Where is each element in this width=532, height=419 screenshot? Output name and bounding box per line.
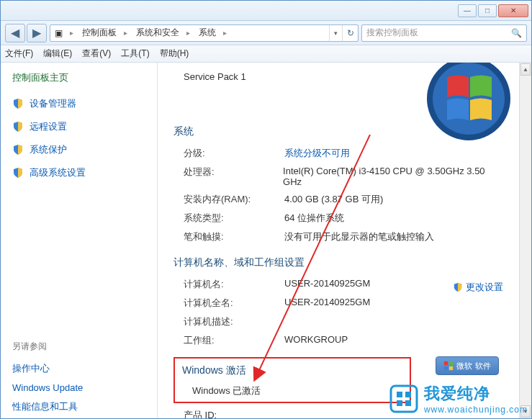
row-workgroup: 工作组: WORKGROUP xyxy=(173,334,503,347)
sidebar-item-label: 远程设置 xyxy=(30,120,67,133)
svg-rect-7 xyxy=(391,386,417,412)
watermark: 我爱纯净 www.woaichunjing.com xyxy=(388,383,528,415)
breadcrumb-dropdown-icon[interactable]: ▾ xyxy=(329,25,342,41)
watermark-logo-icon xyxy=(388,383,420,415)
shield-icon xyxy=(12,167,24,179)
svg-rect-8 xyxy=(397,392,402,397)
svg-rect-9 xyxy=(405,392,411,397)
prop-value: Intel(R) Core(TM) i3-4150 CPU @ 3.50GHz … xyxy=(283,166,503,187)
prop-label: 计算机描述: xyxy=(184,315,284,328)
prop-value: WORKGROUP xyxy=(284,334,348,347)
shield-icon xyxy=(12,98,24,109)
rating-link[interactable]: 系统分级不可用 xyxy=(284,147,350,160)
watermark-url: www.woaichunjing.com xyxy=(424,405,528,415)
sidebar-item-advanced-settings[interactable]: 高级系统设置 xyxy=(8,163,150,182)
breadcrumb-seg-system-security[interactable]: 系统和安全 xyxy=(132,27,194,39)
sidebar: 控制面板主页 设备管理器 远程设置 系统保护 高级系统设置 另请参阅 操作中心 … xyxy=(1,63,158,418)
svg-rect-6 xyxy=(449,366,453,370)
row-ram: 安装内存(RAM): 4.00 GB (3.87 GB 可用) xyxy=(173,193,503,206)
prop-label: 安装内存(RAM): xyxy=(184,193,284,206)
menu-tools[interactable]: 工具(T) xyxy=(121,48,149,60)
menu-help[interactable]: 帮助(H) xyxy=(160,48,189,60)
search-input[interactable]: 搜索控制面板 🔍 xyxy=(361,24,527,42)
shield-icon xyxy=(453,282,463,292)
system-properties-window: — □ ✕ ◀ ▶ ▣ 控制面板 系统和安全 系统 ▾ ↻ 搜索控制面板 🔍 文… xyxy=(0,0,532,419)
sidebar-item-label: 高级系统设置 xyxy=(30,166,86,179)
prop-label: 笔和触摸: xyxy=(184,230,284,243)
breadcrumb-seg-control-panel[interactable]: 控制面板 xyxy=(78,27,132,39)
svg-rect-11 xyxy=(405,400,411,406)
shield-icon xyxy=(12,144,24,156)
row-computer-fullname: 计算机全名: USER-20140925GM xyxy=(173,297,503,310)
microsoft-genuine-badge[interactable]: 微软 软件 xyxy=(436,356,499,375)
vertical-scrollbar[interactable]: ▲ ▼ xyxy=(519,63,531,418)
row-pen-touch: 笔和触摸: 没有可用于此显示器的笔或触控输入 xyxy=(173,230,503,243)
svg-rect-10 xyxy=(397,400,402,406)
scroll-up-button[interactable]: ▲ xyxy=(520,63,531,76)
search-placeholder: 搜索控制面板 xyxy=(366,27,418,39)
svg-rect-3 xyxy=(444,361,448,365)
maximize-button[interactable]: □ xyxy=(478,4,497,17)
sidebar-link-windows-update[interactable]: Windows Update xyxy=(8,380,150,395)
change-settings-link[interactable]: 更改设置 xyxy=(453,278,503,297)
windows-flag-icon xyxy=(443,361,454,371)
address-bar: ◀ ▶ ▣ 控制面板 系统和安全 系统 ▾ ↻ 搜索控制面板 🔍 xyxy=(1,21,531,45)
minimize-button[interactable]: — xyxy=(458,4,477,17)
sidebar-item-device-manager[interactable]: 设备管理器 xyxy=(8,94,150,113)
row-system-type: 系统类型: 64 位操作系统 xyxy=(173,212,503,225)
prop-value: USER-20140925GM xyxy=(284,297,370,310)
svg-rect-4 xyxy=(449,361,453,365)
menu-view[interactable]: 查看(V) xyxy=(82,48,111,60)
activation-highlight-box: Windows 激活 Windows 已激活 xyxy=(173,357,411,403)
breadcrumb-root-icon[interactable]: ▣ xyxy=(50,28,78,38)
svg-rect-5 xyxy=(444,366,448,370)
menu-bar: 文件(F) 编辑(E) 查看(V) 工具(T) 帮助(H) xyxy=(1,45,531,63)
sidebar-item-system-protection[interactable]: 系统保护 xyxy=(8,140,150,159)
sidebar-link-performance[interactable]: 性能信息和工具 xyxy=(8,398,150,415)
row-computer-name: 计算机名: USER-20140925GM xyxy=(173,278,453,291)
sidebar-item-label: 设备管理器 xyxy=(30,97,76,110)
close-button[interactable]: ✕ xyxy=(498,4,528,17)
nav-forward-button[interactable]: ▶ xyxy=(27,24,47,42)
prop-value: USER-20140925GM xyxy=(284,278,370,291)
watermark-title: 我爱纯净 xyxy=(424,383,528,405)
activation-heading: Windows 激活 xyxy=(182,364,402,377)
breadcrumb[interactable]: ▣ 控制面板 系统和安全 系统 ▾ ↻ xyxy=(50,24,359,42)
menu-file[interactable]: 文件(F) xyxy=(5,48,33,60)
sidebar-item-remote-settings[interactable]: 远程设置 xyxy=(8,117,150,136)
activation-status: Windows 已激活 xyxy=(182,384,402,397)
prop-label: 工作组: xyxy=(184,334,284,347)
breadcrumb-seg-system[interactable]: 系统 xyxy=(194,27,231,39)
svg-point-1 xyxy=(433,63,505,135)
menu-edit[interactable]: 编辑(E) xyxy=(43,48,72,60)
prop-label: 处理器: xyxy=(184,166,283,187)
row-processor: 处理器: Intel(R) Core(TM) i3-4150 CPU @ 3.5… xyxy=(173,166,503,187)
prop-value: 4.00 GB (3.87 GB 可用) xyxy=(284,193,383,206)
sidebar-item-label: 系统保护 xyxy=(30,143,67,156)
refresh-button[interactable]: ↻ xyxy=(342,25,358,41)
prop-value: 没有可用于此显示器的笔或触控输入 xyxy=(284,230,434,243)
prop-label: 计算机全名: xyxy=(184,297,284,310)
content-area: Service Pack 1 系统 分级: 系统分级不可用 处理器: Intel… xyxy=(158,63,519,418)
nav-back-button[interactable]: ◀ xyxy=(5,24,25,42)
search-icon: 🔍 xyxy=(511,28,522,38)
sidebar-link-action-center[interactable]: 操作中心 xyxy=(8,360,150,377)
prop-label: 分级: xyxy=(184,147,284,160)
scroll-track[interactable] xyxy=(520,76,531,405)
titlebar: — □ ✕ xyxy=(1,1,531,21)
sidebar-seealso-heading: 另请参阅 xyxy=(8,341,150,353)
prop-value: 64 位操作系统 xyxy=(284,212,344,225)
prop-label: 计算机名: xyxy=(184,278,284,291)
prop-label: 系统类型: xyxy=(184,212,284,225)
windows-logo-icon xyxy=(418,63,519,156)
row-computer-desc: 计算机描述: xyxy=(173,315,503,328)
shield-icon xyxy=(12,121,24,132)
sidebar-heading[interactable]: 控制面板主页 xyxy=(8,71,150,84)
computer-name-heading: 计算机名称、域和工作组设置 xyxy=(173,256,503,269)
